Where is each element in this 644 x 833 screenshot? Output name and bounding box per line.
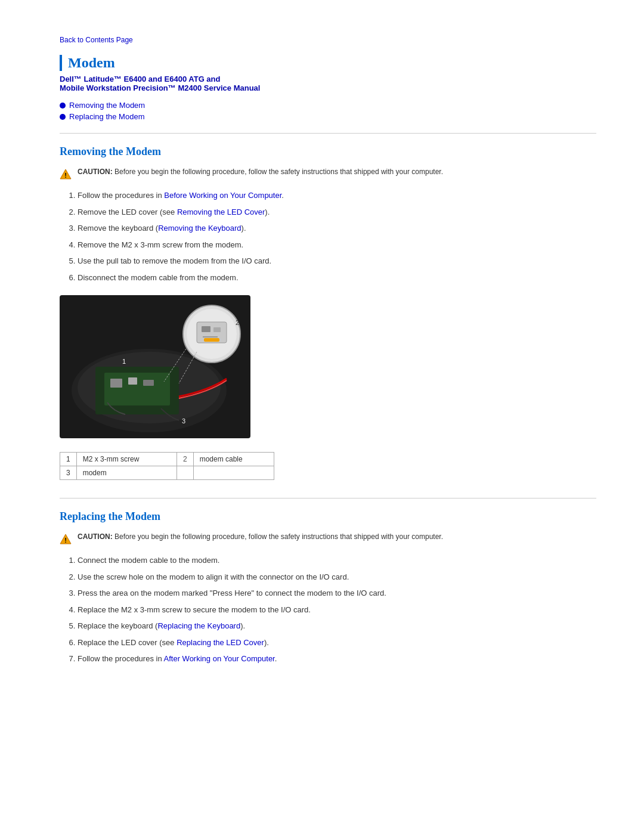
table-cell-label3: modem — [76, 466, 177, 480]
table-of-contents: Removing the Modem Replacing the Modem — [60, 101, 596, 121]
replacing-step-1: Connect the modem cable to the modem. — [78, 555, 596, 566]
svg-rect-8 — [128, 377, 137, 385]
removing-section: Removing the Modem ! CAUTION: Before you… — [60, 145, 596, 480]
replacing-section: Replacing the Modem ! CAUTION: Before yo… — [60, 510, 596, 665]
toc-item-removing[interactable]: Removing the Modem — [60, 101, 596, 110]
table-cell-num2: 2 — [177, 453, 193, 466]
replacing-step-7: Follow the procedures in After Working o… — [78, 653, 596, 665]
svg-text:2: 2 — [236, 319, 239, 326]
back-to-contents-link[interactable]: Back to Contents Page — [60, 36, 596, 44]
table-cell-num1: 1 — [60, 453, 77, 466]
removing-step-2: Remove the LED cover (see Removing the L… — [78, 206, 596, 218]
toc-item-replacing[interactable]: Replacing the Modem — [60, 112, 596, 121]
table-cell-num4 — [177, 466, 193, 480]
removing-steps-list: Follow the procedures in Before Working … — [78, 190, 596, 283]
modem-diagram: 1 2 3 — [60, 295, 250, 438]
replacing-led-cover-link[interactable]: Replacing the LED Cover — [177, 638, 264, 647]
removing-step-5: Use the pull tab to remove the modem fro… — [78, 255, 596, 267]
removing-caution-text: CAUTION: Before you begin the following … — [78, 168, 443, 176]
replacing-step-4: Replace the M2 x 3-mm screw to secure th… — [78, 604, 596, 616]
replacing-step-5: Replace the keyboard (Replacing the Keyb… — [78, 620, 596, 632]
svg-text:3: 3 — [182, 417, 185, 425]
toc-link-replacing[interactable]: Replacing the Modem — [69, 112, 144, 121]
table-cell-label1: M2 x 3-mm screw — [76, 453, 177, 466]
table-row: 3 modem — [60, 466, 274, 480]
divider-top — [60, 133, 596, 134]
after-working-link[interactable]: After Working on Your Computer — [164, 654, 275, 663]
removing-step-1: Follow the procedures in Before Working … — [78, 190, 596, 202]
replacing-step-2: Use the screw hole on the modem to align… — [78, 571, 596, 583]
svg-rect-9 — [143, 380, 154, 386]
page-title: Modem — [60, 55, 596, 71]
table-cell-label4 — [193, 466, 274, 480]
svg-rect-14 — [213, 327, 221, 332]
table-cell-num3: 3 — [60, 466, 77, 480]
svg-text:!: ! — [64, 537, 67, 544]
table-row: 1 M2 x 3-mm screw 2 modem cable — [60, 453, 274, 466]
replacing-title: Replacing the Modem — [60, 510, 596, 523]
svg-text:!: ! — [64, 172, 67, 179]
toc-link-removing[interactable]: Removing the Modem — [69, 101, 145, 110]
svg-rect-6 — [104, 373, 170, 405]
svg-text:1: 1 — [122, 358, 126, 365]
toc-bullet — [60, 103, 66, 109]
removing-caution: ! CAUTION: Before you begin the followin… — [60, 168, 596, 180]
removing-keyboard-link[interactable]: Removing the Keyboard — [158, 224, 241, 233]
svg-rect-7 — [110, 379, 122, 388]
removing-title: Removing the Modem — [60, 145, 596, 158]
replacing-step-6: Replace the LED cover (see Replacing the… — [78, 637, 596, 649]
page-subtitle: Dell™ Latitude™ E6400 and E6400 ATG and … — [60, 75, 596, 92]
replacing-step-3: Press the area on the modem marked "Pres… — [78, 587, 596, 599]
replacing-keyboard-link[interactable]: Replacing the Keyboard — [157, 621, 240, 630]
removing-step-4: Remove the M2 x 3-mm screw from the mode… — [78, 239, 596, 251]
replacing-steps-list: Connect the modem cable to the modem. Us… — [78, 555, 596, 665]
caution-icon-2: ! — [60, 533, 72, 545]
divider-middle — [60, 498, 596, 498]
removing-step-3: Remove the keyboard (Removing the Keyboa… — [78, 222, 596, 234]
before-working-link[interactable]: Before Working on Your Computer — [164, 191, 281, 200]
toc-bullet — [60, 114, 66, 120]
modem-image-container: 1 2 3 — [60, 295, 596, 440]
removing-step-6: Disconnect the modem cable from the mode… — [78, 272, 596, 284]
replacing-caution-text: CAUTION: Before you begin the following … — [78, 532, 443, 541]
removing-led-cover-link[interactable]: Removing the LED Cover — [177, 208, 265, 216]
caution-icon: ! — [60, 168, 72, 180]
svg-rect-16 — [204, 338, 219, 342]
parts-table: 1 M2 x 3-mm screw 2 modem cable 3 modem — [60, 452, 274, 480]
svg-rect-13 — [202, 326, 210, 332]
replacing-caution: ! CAUTION: Before you begin the followin… — [60, 532, 596, 545]
table-cell-label2: modem cable — [193, 453, 274, 466]
